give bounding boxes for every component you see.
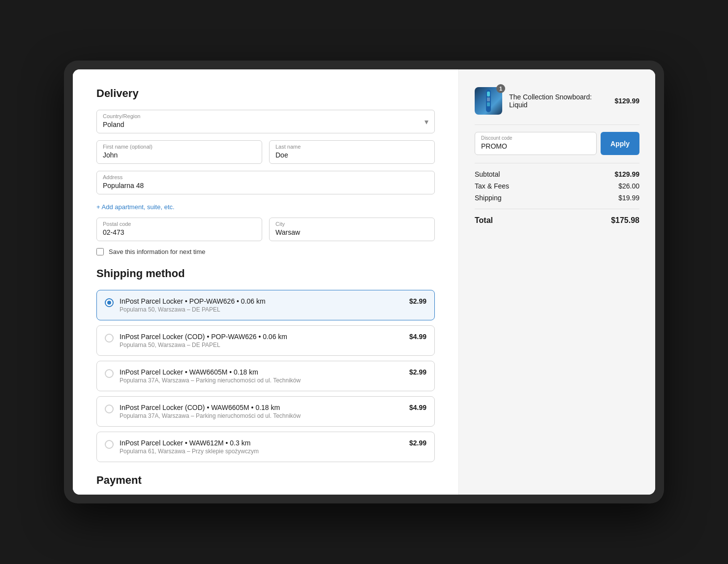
address-group: Address <box>96 171 435 194</box>
product-image-wrap: 1 <box>475 87 502 115</box>
discount-row: Discount code Apply <box>475 132 639 155</box>
shipping-name-2: InPost Parcel Locker (COD) • POP-WAW626 … <box>120 333 403 341</box>
address-field-wrapper: Address <box>96 171 435 194</box>
tax-value: $26.00 <box>618 182 639 190</box>
divider-1 <box>475 125 639 125</box>
country-label: Country/Region <box>103 113 428 119</box>
total-row: Total $175.98 <box>475 216 639 225</box>
shipping-title: Shipping method <box>96 267 435 280</box>
right-panel: 1 The Collection Snowboard: Liquid $129.… <box>458 69 655 495</box>
shipping-name-4: InPost Parcel Locker (COD) • WAW6605M • … <box>120 404 403 411</box>
shipping-address-4: Popularna 37A, Warszawa – Parking nieruc… <box>120 412 403 419</box>
product-price: $129.99 <box>614 97 639 105</box>
shipping-value: $19.99 <box>618 194 639 202</box>
discount-field-wrapper: Discount code <box>475 132 597 155</box>
postal-code-group: Postal code <box>96 218 262 241</box>
shipping-info-5: InPost Parcel Locker • WAW612M • 0.3 kmP… <box>120 439 403 455</box>
svg-rect-1 <box>487 92 490 96</box>
shipping-name-1: InPost Parcel Locker • POP-WAW626 • 0.06… <box>120 297 403 305</box>
radio-dot-1 <box>107 301 111 305</box>
shipping-info-3: InPost Parcel Locker • WAW6605M • 0.18 k… <box>120 368 403 384</box>
shipping-info-2: InPost Parcel Locker (COD) • POP-WAW626 … <box>120 333 403 348</box>
product-row: 1 The Collection Snowboard: Liquid $129.… <box>475 87 639 115</box>
product-name: The Collection Snowboard: Liquid <box>509 93 607 109</box>
total-value: $175.98 <box>611 216 639 225</box>
shipping-label: Shipping <box>475 194 502 202</box>
discount-input[interactable] <box>481 142 590 150</box>
last-name-label: Last name <box>275 144 428 150</box>
divider-3 <box>475 209 639 209</box>
country-select[interactable]: Poland <box>103 121 428 128</box>
address-input[interactable] <box>103 182 428 189</box>
first-name-label: First name (optional) <box>103 144 256 150</box>
shipping-price-3: $2.99 <box>409 368 426 376</box>
shipping-price-1: $2.99 <box>409 297 426 305</box>
save-info-row: Save this information for next time <box>96 248 435 255</box>
shipping-options: InPost Parcel Locker • POP-WAW626 • 0.06… <box>96 290 435 462</box>
shipping-price-4: $4.99 <box>409 404 426 411</box>
last-name-group: Last name <box>269 140 435 164</box>
payment-title: Payment <box>96 474 435 487</box>
city-label: City <box>275 221 428 227</box>
radio-btn-2 <box>105 334 114 343</box>
total-label: Total <box>475 216 493 225</box>
first-name-input[interactable] <box>103 151 256 159</box>
shipping-price-2: $4.99 <box>409 333 426 341</box>
discount-label: Discount code <box>481 135 590 141</box>
divider-2 <box>475 163 639 163</box>
shipping-option-5[interactable]: InPost Parcel Locker • WAW612M • 0.3 kmP… <box>96 432 435 462</box>
shipping-name-5: InPost Parcel Locker • WAW612M • 0.3 km <box>120 439 403 447</box>
shipping-address-1: Popularna 50, Warszawa – DE PAPEL <box>120 306 403 313</box>
add-apartment-link[interactable]: + Add apartment, suite, etc. <box>96 203 175 211</box>
shipping-option-4[interactable]: InPost Parcel Locker (COD) • WAW6605M • … <box>96 396 435 427</box>
shipping-name-3: InPost Parcel Locker • WAW6605M • 0.18 k… <box>120 368 403 376</box>
last-name-input[interactable] <box>275 151 428 159</box>
subtotal-value: $129.99 <box>614 170 639 178</box>
save-info-label: Save this information for next time <box>109 248 206 255</box>
shipping-option-2[interactable]: InPost Parcel Locker (COD) • POP-WAW626 … <box>96 325 435 356</box>
city-input[interactable] <box>275 228 428 236</box>
tax-row: Tax & Fees $26.00 <box>475 182 639 190</box>
postal-city-row: Postal code City <box>96 218 435 241</box>
product-badge: 1 <box>496 84 505 93</box>
shipping-address-2: Popularna 50, Warszawa – DE PAPEL <box>120 342 403 348</box>
tax-label: Tax & Fees <box>475 182 509 190</box>
device-frame: Delivery Country/Region Poland ▾ First n… <box>64 61 664 503</box>
name-row: First name (optional) Last name <box>96 140 435 164</box>
shipping-address-5: Popularna 61, Warszawa – Przy sklepie sp… <box>120 448 403 455</box>
shipping-price-5: $2.99 <box>409 439 426 447</box>
shipping-info-1: InPost Parcel Locker • POP-WAW626 • 0.06… <box>120 297 403 313</box>
shipping-info-4: InPost Parcel Locker (COD) • WAW6605M • … <box>120 404 403 419</box>
svg-rect-3 <box>487 102 490 106</box>
left-panel: Delivery Country/Region Poland ▾ First n… <box>73 69 458 495</box>
radio-btn-5 <box>105 440 114 449</box>
postal-code-input[interactable] <box>103 228 256 236</box>
radio-btn-4 <box>105 405 114 413</box>
address-label: Address <box>103 174 428 180</box>
city-group: City <box>269 218 435 241</box>
save-info-checkbox[interactable] <box>96 248 104 255</box>
snowboard-svg <box>481 89 496 113</box>
shipping-option-1[interactable]: InPost Parcel Locker • POP-WAW626 • 0.06… <box>96 290 435 320</box>
apply-button[interactable]: Apply <box>601 132 639 155</box>
postal-code-label: Postal code <box>103 221 256 227</box>
shipping-address-3: Popularna 37A, Warszawa – Parking nieruc… <box>120 377 403 384</box>
subtotal-label: Subtotal <box>475 170 500 178</box>
radio-btn-3 <box>105 369 114 378</box>
delivery-title: Delivery <box>96 87 435 100</box>
subtotal-row: Subtotal $129.99 <box>475 170 639 178</box>
radio-btn-1 <box>105 298 114 307</box>
country-group: Country/Region Poland ▾ <box>96 110 435 133</box>
shipping-row: Shipping $19.99 <box>475 194 639 202</box>
shipping-option-3[interactable]: InPost Parcel Locker • WAW6605M • 0.18 k… <box>96 361 435 391</box>
first-name-group: First name (optional) <box>96 140 262 164</box>
svg-rect-2 <box>487 97 490 101</box>
screen: Delivery Country/Region Poland ▾ First n… <box>73 69 655 495</box>
